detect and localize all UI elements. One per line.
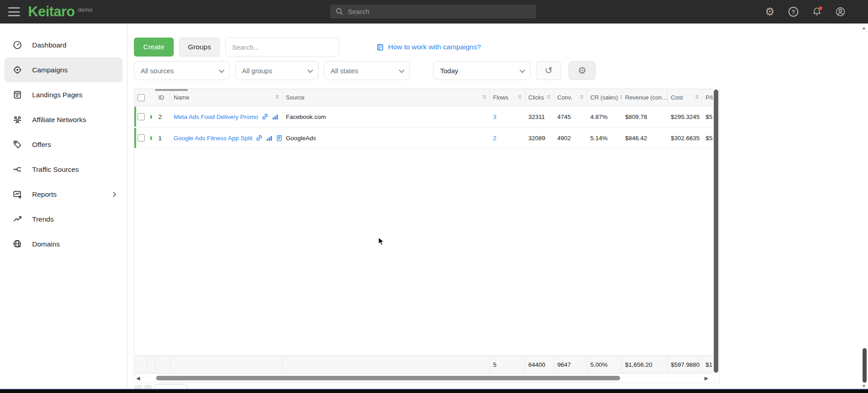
sidebar-item-trends[interactable]: Trends	[5, 207, 123, 232]
column-header-id[interactable]: ID	[155, 89, 171, 106]
drag-handle-icon[interactable]: ⠿	[618, 95, 622, 100]
filter-states-value: All states	[331, 67, 358, 75]
affiliate-people-icon	[13, 115, 22, 124]
reports-chart-icon	[13, 189, 22, 199]
drag-handle-icon[interactable]: ⠿	[693, 95, 699, 100]
horizontal-scroll-thumb[interactable]	[156, 376, 620, 380]
book-icon	[376, 43, 384, 51]
sidebar-label: Campaigns	[32, 66, 67, 74]
flows-count-link[interactable]: 2	[493, 135, 497, 142]
status-column-header	[147, 89, 155, 106]
drag-handle-icon[interactable]: ⠿	[481, 95, 486, 100]
column-header-cost[interactable]: Cost⠿	[668, 89, 702, 106]
row-checkbox[interactable]	[138, 113, 145, 120]
campaign-link-icon[interactable]	[261, 113, 269, 120]
sidebar-item-campaigns[interactable]: Campaigns	[5, 57, 123, 82]
campaign-id: 2	[155, 106, 171, 127]
sidebar-item-offers[interactable]: Offers	[5, 132, 123, 157]
landing-page-icon	[13, 90, 22, 99]
global-search[interactable]	[330, 5, 536, 19]
table-empty-area	[134, 149, 719, 355]
filter-date-value: Today	[440, 67, 458, 75]
settings-gear-icon[interactable]: ⚙	[764, 6, 776, 18]
filter-date-range[interactable]: Today	[433, 61, 531, 80]
table-horizontal-scrollbar[interactable]: ◀ ▶	[134, 374, 719, 383]
sidebar-item-traffic-sources[interactable]: Traffic Sources	[5, 157, 123, 182]
campaign-link-icon[interactable]	[256, 134, 263, 142]
campaign-stats-icon[interactable]	[266, 135, 273, 142]
sidebar-label: Affiliate Networks	[32, 116, 86, 124]
table-settings-button[interactable]: ⚙	[569, 61, 596, 80]
column-header-flows[interactable]: Flows⠿	[490, 89, 525, 106]
groups-button[interactable]: Groups	[179, 38, 220, 57]
campaign-report-icon[interactable]	[276, 135, 283, 142]
offers-tag-icon	[13, 140, 22, 149]
campaign-name-link[interactable]: Meta Ads Food Delivery Promo	[174, 114, 258, 120]
refresh-icon: ↺	[545, 65, 553, 76]
campaign-name-link[interactable]: Google Ads Fitness App Split	[174, 135, 252, 142]
cost-value: $302.6635	[668, 128, 702, 148]
table-header-row: ID Name⠿ Source⠿ Flows⠿ Clicks⠿ Conv.⠿ C…	[134, 89, 719, 106]
page-scroll-thumb[interactable]	[863, 348, 867, 383]
scroll-up-arrow-icon[interactable]: ▲	[862, 25, 866, 30]
sidebar-label: Offers	[32, 141, 51, 149]
vertical-scroll-thumb[interactable]	[714, 90, 718, 373]
trends-arrow-icon	[13, 214, 22, 224]
scroll-down-arrow-icon[interactable]: ▼	[862, 384, 866, 388]
account-icon[interactable]	[835, 6, 846, 18]
cr-value: 4.87%	[587, 106, 622, 127]
sidebar-item-affiliate-networks[interactable]: Affiliate Networks	[5, 107, 123, 132]
hamburger-menu-icon[interactable]	[8, 7, 20, 16]
sidebar-label: Traffic Sources	[32, 166, 79, 174]
cost-value: $295.3245	[668, 106, 702, 127]
column-header-source[interactable]: Source⠿	[283, 89, 490, 106]
column-header-clicks[interactable]: Clicks⠿	[525, 89, 554, 106]
cr-value: 5.14%	[587, 128, 622, 148]
brand-logo: Keitaro	[28, 4, 75, 20]
help-campaigns-link[interactable]: How to work with campaigns?	[376, 38, 481, 57]
drag-handle-icon[interactable]: ⠿	[274, 95, 279, 100]
sidebar-item-domains[interactable]: Domains	[5, 232, 123, 256]
column-header-conv[interactable]: Conv.⠿	[554, 89, 587, 106]
flows-count-link[interactable]: 3	[493, 114, 497, 120]
column-header-revenue[interactable]: Revenue (con…⠿	[622, 89, 668, 106]
gear-icon: ⚙	[578, 65, 587, 76]
conversions-value: 4902	[554, 128, 587, 148]
drag-handle-icon[interactable]: ⠿	[545, 95, 550, 100]
conversions-value: 4745	[554, 106, 587, 127]
page-scrollbar[interactable]: ▲ ▼	[861, 24, 868, 393]
help-icon[interactable]: ?	[787, 6, 799, 18]
filter-all-groups[interactable]: All groups	[235, 61, 318, 80]
select-all-checkbox[interactable]	[138, 94, 145, 101]
clicks-value: 32089	[525, 128, 554, 148]
campaign-source: GoogleAds	[283, 128, 490, 148]
environment-label: demo	[78, 6, 93, 13]
sidebar-item-dashboard[interactable]: Dashboard	[5, 33, 123, 57]
row-checkbox[interactable]	[138, 134, 145, 142]
status-dot-active	[150, 115, 152, 119]
column-header-name[interactable]: Name⠿	[171, 89, 283, 106]
table-vertical-scrollbar[interactable]	[713, 89, 719, 374]
sidebar-item-landings-pages[interactable]: Landings Pages	[5, 82, 123, 107]
help-link-label: How to work with campaigns?	[388, 43, 481, 51]
traffic-split-icon	[13, 165, 22, 174]
sidebar-label: Trends	[32, 215, 54, 223]
global-search-input[interactable]	[348, 8, 531, 15]
chevron-down-icon	[308, 67, 313, 73]
revenue-value: $846.42	[622, 128, 668, 148]
notifications-bell-icon[interactable]	[811, 6, 823, 18]
campaign-stats-icon[interactable]	[272, 114, 279, 120]
totals-flows: 5	[490, 356, 525, 373]
drag-handle-icon[interactable]: ⠿	[516, 95, 522, 100]
sidebar-item-reports[interactable]: Reports	[5, 182, 123, 207]
campaigns-search-input[interactable]	[225, 38, 339, 57]
scroll-right-arrow-icon[interactable]: ▶	[705, 375, 708, 381]
campaign-id: 1	[155, 128, 171, 148]
filter-all-sources[interactable]: All sources	[134, 61, 230, 80]
create-button[interactable]: Create	[134, 38, 174, 57]
filter-all-states[interactable]: All states	[324, 61, 410, 80]
scroll-left-arrow-icon[interactable]: ◀	[136, 375, 140, 381]
refresh-button[interactable]: ↺	[536, 61, 561, 80]
drag-handle-icon[interactable]: ⠿	[578, 95, 583, 100]
column-header-cr[interactable]: CR (sales)⠿	[587, 89, 622, 106]
